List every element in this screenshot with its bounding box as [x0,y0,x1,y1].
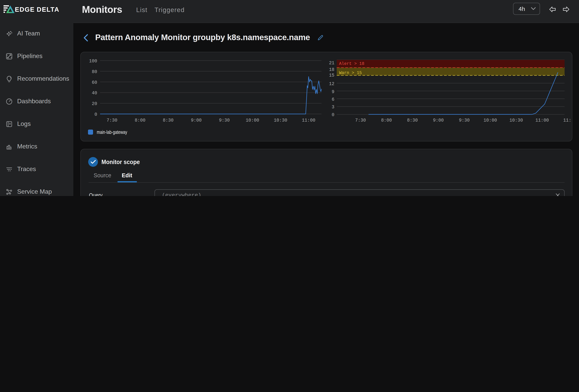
svg-text:15: 15 [329,73,334,78]
svg-text:11:00: 11:00 [302,118,315,123]
svg-text:8:30: 8:30 [163,118,173,123]
svg-text:10:00: 10:00 [483,118,497,123]
svg-text:20: 20 [92,101,97,106]
svg-text:8:30: 8:30 [407,118,418,123]
svg-text:8:00: 8:00 [135,118,145,123]
svg-text:11:00: 11:00 [535,118,549,123]
svg-text:10:30: 10:30 [509,118,523,123]
svg-text:9: 9 [332,89,334,95]
svg-text:11:: 11: [563,118,571,123]
svg-text:0: 0 [332,112,334,117]
svg-text:10:00: 10:00 [246,118,259,123]
svg-text:100: 100 [89,59,97,64]
svg-text:7:30: 7:30 [107,118,117,123]
svg-text:60: 60 [92,80,97,85]
svg-text:40: 40 [92,91,97,96]
svg-text:7:30: 7:30 [355,118,366,123]
svg-text:Alert > 18: Alert > 18 [339,61,364,66]
svg-text:0: 0 [94,112,97,117]
svg-text:18: 18 [329,67,334,72]
svg-text:9:00: 9:00 [433,118,444,123]
svg-text:6: 6 [332,97,334,102]
svg-text:main-lab-gateway: main-lab-gateway [97,129,127,135]
svg-text:9:00: 9:00 [191,118,202,123]
svg-text:9:30: 9:30 [459,118,470,123]
svg-text:10:30: 10:30 [274,118,287,123]
svg-text:9:30: 9:30 [219,118,230,123]
svg-text:80: 80 [92,69,97,74]
svg-text:21: 21 [329,60,334,66]
svg-text:12: 12 [329,81,334,87]
svg-text:3: 3 [332,105,334,110]
svg-text:Warn > 15: Warn > 15 [339,70,362,75]
svg-text:8:00: 8:00 [381,118,392,123]
